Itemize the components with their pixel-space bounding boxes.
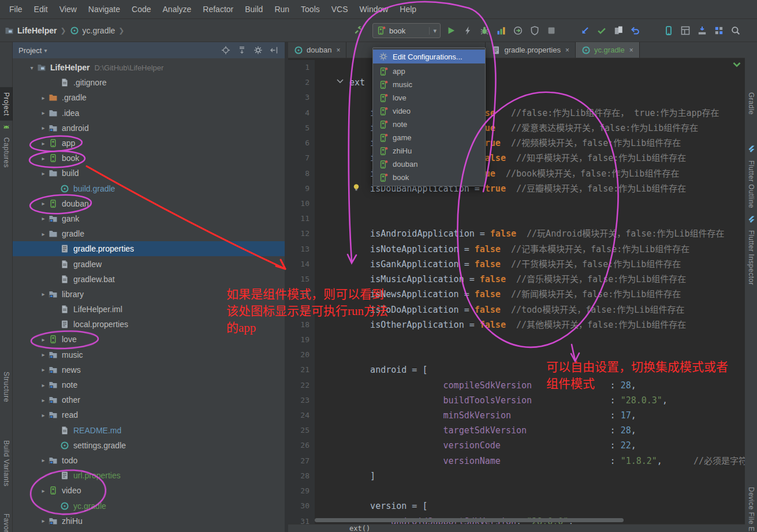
tree-item-note[interactable]: ▸note: [13, 377, 285, 392]
project-panel-title[interactable]: Project: [18, 46, 42, 55]
menu-view[interactable]: View: [54, 2, 83, 17]
tree-collapsed-arrow-icon[interactable]: ▸: [38, 336, 49, 343]
editor-tab-gradle.properties[interactable]: gradle.properties×: [486, 42, 576, 58]
tree-item-news[interactable]: ▸news: [13, 362, 285, 377]
tree-item-settings.gradle[interactable]: settings.gradle: [13, 438, 285, 453]
rollback-button-icon[interactable]: [630, 25, 640, 36]
breadcrumb-ext[interactable]: ext(): [349, 524, 370, 532]
tree-item-read[interactable]: ▸read: [13, 407, 285, 422]
tool-button-build-variants[interactable]: Build Variants: [0, 437, 13, 490]
run-configuration-select[interactable]: book ▾: [372, 23, 441, 38]
close-tab-icon[interactable]: ×: [565, 46, 569, 54]
tool-button-flutter-inspector[interactable]: Flutter Inspector: [745, 227, 757, 289]
tree-item-build.gradle[interactable]: build.gradle: [13, 181, 285, 196]
breadcrumb-project[interactable]: LifeHelper: [17, 26, 57, 35]
locate-file-icon[interactable]: [221, 46, 230, 55]
run-config-option-edit-configurations-[interactable]: Edit Configurations...: [373, 50, 485, 63]
diff-button-icon[interactable]: [613, 25, 624, 36]
tree-expanded-arrow-icon[interactable]: ▾: [27, 65, 37, 71]
avd-manager-button-icon[interactable]: [663, 25, 674, 36]
profile-button-icon[interactable]: [496, 25, 506, 36]
stop-button-icon[interactable]: [546, 25, 557, 36]
run-config-option-app[interactable]: app: [373, 65, 485, 78]
tree-collapsed-arrow-icon[interactable]: ▸: [38, 125, 49, 131]
run-button-icon[interactable]: [446, 25, 456, 36]
tree-item-.gitignore[interactable]: .gitignore: [13, 75, 285, 90]
tree-item-douban[interactable]: ▸douban: [13, 196, 285, 211]
tree-collapsed-arrow-icon[interactable]: ▸: [38, 382, 49, 388]
tool-button-gradle[interactable]: Gradle: [745, 91, 757, 117]
menu-file[interactable]: File: [3, 2, 28, 17]
tree-item-app[interactable]: ▸app: [13, 136, 285, 151]
menu-code[interactable]: Code: [126, 2, 156, 17]
hide-panel-icon[interactable]: [270, 46, 279, 55]
run-config-option-book[interactable]: book: [373, 171, 485, 184]
menu-window[interactable]: Window: [354, 2, 394, 17]
run-config-option-douban[interactable]: douban: [373, 158, 485, 171]
tool-button-captures[interactable]: Captures: [0, 134, 13, 170]
menu-help[interactable]: Help: [394, 2, 422, 17]
tree-collapsed-arrow-icon[interactable]: ▸: [38, 518, 49, 524]
menu-run[interactable]: Run: [269, 2, 295, 17]
tree-item-.idea[interactable]: ▸.idea: [13, 106, 285, 121]
run-config-option-music[interactable]: music: [373, 78, 485, 91]
tool-button-structure[interactable]: Structure: [0, 369, 13, 406]
tool-button-device-file-explorer[interactable]: Device File Explorer: [745, 484, 757, 532]
tree-collapsed-arrow-icon[interactable]: ▸: [38, 351, 49, 358]
update-project-button-icon[interactable]: [580, 25, 590, 36]
layout-inspector-button-icon[interactable]: [680, 25, 691, 36]
tree-item-url.properties[interactable]: url.properties: [13, 468, 285, 483]
breadcrumb-file[interactable]: yc.gradle: [83, 26, 115, 35]
tree-item-music[interactable]: ▸music: [13, 347, 285, 362]
panel-settings-icon[interactable]: [253, 46, 263, 55]
tree-collapsed-arrow-icon[interactable]: ▸: [38, 95, 49, 101]
run-config-option-video[interactable]: video: [373, 104, 485, 118]
tree-item-.gradle[interactable]: ▸.gradle: [13, 90, 285, 105]
commit-button-icon[interactable]: [596, 25, 607, 36]
tree-collapsed-arrow-icon[interactable]: ▸: [38, 140, 49, 147]
editor-tab-douban[interactable]: douban×: [288, 42, 346, 58]
tree-item-android[interactable]: ▸android: [13, 121, 285, 136]
tree-collapsed-arrow-icon[interactable]: ▸: [38, 215, 49, 222]
tree-item-gradle.properties[interactable]: gradle.properties: [13, 241, 285, 256]
tree-item-zhiHu[interactable]: ▸zhiHu: [13, 514, 285, 529]
tool-button-flutter-outline[interactable]: Flutter Outline: [745, 156, 757, 212]
attach-debugger-button-icon[interactable]: [513, 25, 523, 36]
tree-item-gradle[interactable]: ▸gradle: [13, 226, 285, 241]
search-everywhere-button-icon[interactable]: [730, 25, 741, 36]
tree-item-gradlew[interactable]: gradlew: [13, 256, 285, 271]
chevron-down-icon[interactable]: ▾: [44, 47, 47, 54]
tree-collapsed-arrow-icon[interactable]: ▸: [38, 366, 49, 373]
tree-item-other[interactable]: ▸other: [13, 392, 285, 407]
tree-item-build[interactable]: ▸build: [13, 166, 285, 181]
menu-tools[interactable]: Tools: [295, 2, 326, 17]
menu-vcs[interactable]: VCS: [326, 2, 354, 17]
run-config-option-zhihu[interactable]: zhiHu: [373, 144, 485, 158]
tool-button-project[interactable]: Project: [0, 87, 13, 121]
collapse-all-icon[interactable]: [237, 46, 247, 55]
menu-navigate[interactable]: Navigate: [83, 2, 126, 17]
project-structure-button-icon[interactable]: [714, 25, 724, 36]
tree-item-book[interactable]: ▸book: [13, 151, 285, 166]
tree-item-README.md[interactable]: README.md: [13, 423, 285, 438]
tree-item-yc.gradle[interactable]: yc.gradle: [13, 498, 285, 513]
tree-item-gradlew.bat[interactable]: gradlew.bat: [13, 272, 285, 287]
close-tab-icon[interactable]: ×: [629, 46, 633, 54]
horizontal-scrollbar[interactable]: [315, 518, 624, 522]
tree-collapsed-arrow-icon[interactable]: ▸: [38, 155, 49, 162]
tree-item-video[interactable]: ▸video: [13, 483, 285, 498]
menu-edit[interactable]: Edit: [28, 2, 54, 17]
editor-tab-yc.gradle[interactable]: yc.gradle×: [576, 42, 640, 58]
tree-collapsed-arrow-icon[interactable]: ▸: [38, 110, 49, 116]
menu-refactor[interactable]: Refactor: [197, 2, 239, 17]
tree-collapsed-arrow-icon[interactable]: ▸: [38, 412, 49, 418]
debug-button-icon[interactable]: [479, 25, 490, 36]
tree-item-gank[interactable]: ▸gank: [13, 211, 285, 226]
tree-item-LifeHelper[interactable]: ▾LifeHelperD:\GitHub\LifeHelper: [13, 60, 285, 75]
run-config-option-note[interactable]: note: [373, 118, 485, 131]
tree-collapsed-arrow-icon[interactable]: ▸: [38, 397, 49, 403]
tree-collapsed-arrow-icon[interactable]: ▸: [38, 291, 49, 297]
tree-item-todo[interactable]: ▸todo: [13, 453, 285, 468]
run-config-option-love[interactable]: love: [373, 91, 485, 104]
close-tab-icon[interactable]: ×: [336, 46, 340, 54]
